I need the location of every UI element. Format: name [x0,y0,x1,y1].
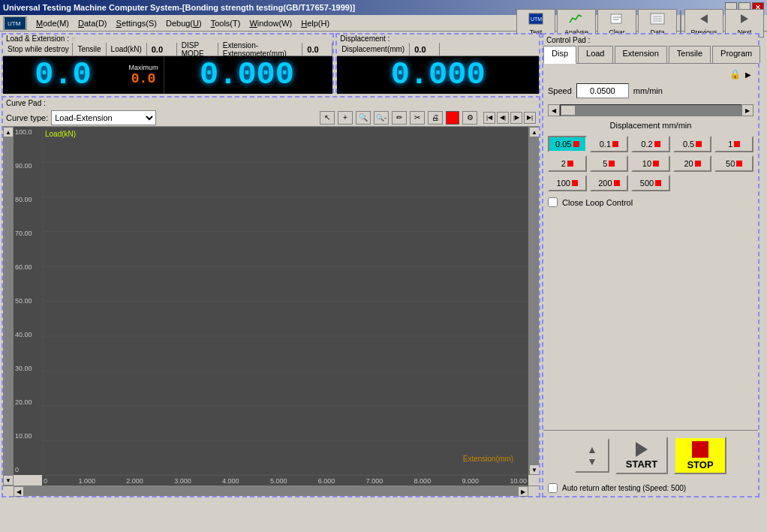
stop-button[interactable]: STOP [674,437,726,474]
control-tab-content: 🔒 ▶ Speed mm/min ◀ ▶ Displacement mm/min [543,64,758,430]
zoom-out-tool[interactable]: 🔍- [374,111,389,125]
close-loop-label: Close Loop Control [562,198,633,207]
up-arrow-icon: ▲ [587,443,597,455]
load-ext-section: Load & Extension : Stop while destroy Te… [2,33,334,93]
lcd-row: 0.0 Maximum 0.0 0.000 [3,56,332,94]
stop-while-destroy-label: Stop while destroy [3,43,73,56]
chart-vscroll-up[interactable]: ▲ [3,127,14,137]
settings-tool[interactable]: ⚙ [462,111,477,125]
x-label-3: 3.000 [174,477,191,485]
control-pad-title: Control Pad : [543,35,758,46]
speed-flag-20 [695,161,701,167]
speed-btn-0.1[interactable]: 0.1 [590,136,629,152]
speed-btn-10[interactable]: 10 [631,155,670,172]
nav-right-arrow[interactable]: ▶ [743,68,753,80]
crosshair-tool[interactable]: + [338,111,353,125]
scroll-right-btn[interactable]: ▶ [741,104,753,116]
chart-hscroll-right[interactable]: ▶ [518,486,528,497]
speed-btn-50[interactable]: 50 [714,155,753,172]
tab-load[interactable]: Load [578,46,612,63]
x-label-2: 2.000 [126,477,143,485]
tab-program[interactable]: Program [712,46,760,63]
speed-flag-200 [614,180,620,186]
menu-help[interactable]: Help(H) [296,17,334,29]
auto-return-checkbox[interactable] [548,483,558,493]
menu-mode[interactable]: Mode(M) [32,17,74,29]
lock-icon: 🔒 [729,68,740,80]
app-logo: UTM [3,17,27,30]
start-label: START [626,458,657,470]
print-tool[interactable]: 🖨 [428,111,443,125]
speed-btn-0.5[interactable]: 0.5 [673,136,712,152]
tab-extension[interactable]: Extension [615,46,667,63]
chart-hscroll-left[interactable]: ◀ [14,486,24,497]
menu-settings[interactable]: Settings(S) [112,17,161,29]
menu-data[interactable]: Data(D) [74,17,112,29]
chart-grid [42,127,528,475]
disp-lcd-row: 0.000 [337,56,539,94]
menu-window[interactable]: Window(W) [245,17,296,29]
speed-btn-20[interactable]: 20 [673,155,712,172]
title-text: Universal Testing Machine Computer Syste… [3,3,355,12]
start-button[interactable]: START [615,437,668,474]
x-label-9: 9.000 [462,477,480,485]
main-layout: Load & Extension : Stop while destroy Te… [0,32,767,499]
lcd-load-value: 0.0 [3,56,123,94]
scissors-tool[interactable]: ✂ [410,111,425,125]
speed-btn-0.05[interactable]: 0.05 [548,136,587,152]
speed-flag-10 [653,161,659,167]
down-arrow-icon: ▼ [587,455,597,467]
close-loop-checkbox[interactable] [548,197,558,207]
svg-text:UTM: UTM [531,17,542,22]
x-label-5: 5.000 [270,477,287,485]
zoom-in-tool[interactable]: 🔍 [356,111,371,125]
speed-btn-100[interactable]: 100 [548,175,587,191]
chart-right-scroll-down[interactable]: ▼ [529,464,539,475]
menu-tools[interactable]: Tools(T) [206,17,245,29]
speed-btn-500[interactable]: 500 [631,175,670,191]
disp-mm-label: Displacement mm/min [548,121,753,130]
tab-disp[interactable]: Disp [543,46,576,64]
up-down-button[interactable]: ▲ ▼ [575,438,609,473]
speed-btn-2[interactable]: 2 [548,155,587,172]
top-panels: Load & Extension : Stop while destroy Te… [2,33,540,93]
speed-btn-5[interactable]: 5 [590,155,629,172]
svg-text:UTM: UTM [8,20,21,27]
speed-unit: mm/min [633,86,663,95]
speed-btn-200[interactable]: 200 [590,175,629,191]
select-tool[interactable]: ↖ [320,111,335,125]
menu-debug[interactable]: Debug(U) [161,17,206,29]
chart-nav-prev[interactable]: ◀| [497,112,509,124]
speed-grid: 0.05 0.1 0.2 0.5 1 [548,136,753,191]
chart-nav-next[interactable]: |▶ [510,112,522,124]
chart-nav-last[interactable]: ▶| [524,112,536,124]
speed-row: Speed mm/min [548,83,753,98]
scroll-track[interactable] [560,104,741,116]
scroll-left-btn[interactable]: ◀ [548,104,560,116]
chart-right-scroll-up[interactable]: ▲ [529,127,539,137]
svg-rect-16 [42,127,528,475]
speed-flag-5 [609,161,615,167]
load-kn-value: 0.0 [147,43,177,56]
speed-btn-0.2[interactable]: 0.2 [631,136,670,152]
color-tool[interactable] [446,111,459,125]
svg-rect-4 [611,14,621,23]
disp-mode-label[interactable]: DISP MODE [177,43,218,56]
pen-tool[interactable]: ✏ [392,111,407,125]
speed-flag-0.5 [696,141,702,147]
speed-btn-1[interactable]: 1 [714,136,753,152]
analyse-icon [567,11,585,27]
curve-type-select[interactable]: Load-Extension Load-Displacement Stress-… [51,110,156,125]
data-icon [648,11,666,27]
speed-input[interactable] [576,83,629,98]
lcd-max-box: Maximum 0.0 [123,56,164,94]
speed-flag-0.05 [573,141,579,147]
start-triangle-icon [636,442,648,457]
tab-tensile[interactable]: Tensile [669,46,711,63]
load-kn-label: Load(kN) [107,43,147,56]
chart-vscroll-down[interactable]: ▼ [3,475,14,485]
chart-nav-first[interactable]: |◀ [483,112,495,124]
next-icon [735,11,753,27]
auto-return-row: Auto return after testing (Speed: 500) [543,480,758,496]
curve-pad-title: Curve Pad : [3,98,539,109]
